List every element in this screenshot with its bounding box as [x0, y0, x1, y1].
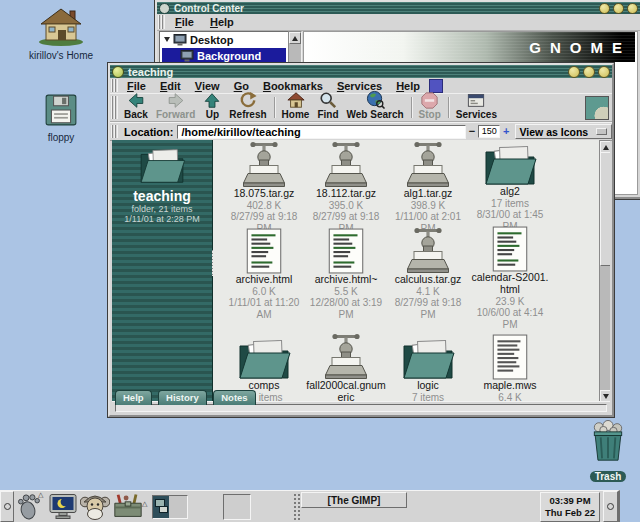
desk-guide-active-desktop[interactable]	[153, 496, 169, 518]
menu-help[interactable]: Help	[389, 79, 427, 93]
toolbar-grip[interactable]	[111, 96, 118, 119]
file-item[interactable]: maple.mws6.4 K12/18/00 at 11:28	[469, 320, 551, 401]
back-button[interactable]: Back	[120, 94, 152, 121]
menu-help[interactable]: Help	[202, 15, 242, 29]
tree-item-background[interactable]: Background	[162, 48, 286, 63]
file-manager-titlebar[interactable]: teaching	[110, 65, 612, 78]
task-button-gimp[interactable]: [The GIMP]	[301, 492, 407, 508]
web-search-button[interactable]: Web Search	[343, 94, 408, 121]
text-file-icon	[492, 334, 528, 380]
desktop-icon-label: Trash	[590, 471, 627, 482]
file-item[interactable]: archive.html~5.5 K12/28/00 at 3:19 PM	[305, 226, 387, 320]
control-center-launcher[interactable]	[112, 493, 144, 522]
archive-icon	[404, 140, 452, 188]
monitor-icon	[173, 34, 187, 46]
sidebar-folder-meta: folder, 21 items	[112, 204, 212, 214]
maximize-button[interactable]	[613, 3, 624, 14]
scroll-down-button[interactable]	[600, 390, 610, 401]
window-menu-icon[interactable]	[159, 3, 170, 14]
menu-view[interactable]: View	[188, 79, 227, 93]
html-file-icon	[492, 226, 528, 272]
tab-history[interactable]: History	[158, 390, 207, 405]
back-icon	[127, 92, 145, 109]
gnome-help-launcher[interactable]	[80, 493, 110, 522]
open-folder-icon	[134, 144, 190, 184]
minimize-button[interactable]	[568, 66, 580, 78]
menu-file[interactable]: File	[167, 15, 202, 29]
file-item[interactable]: logic7 itemstoday at 2:55 PM	[387, 320, 469, 401]
scrollbar-thumb[interactable]	[600, 152, 610, 266]
status-field	[115, 404, 607, 412]
panel-hide-right-button[interactable]	[603, 491, 618, 522]
tree-item-desktop[interactable]: Desktop	[160, 32, 288, 47]
locationbar-grip[interactable]	[111, 125, 118, 138]
trash-icon	[589, 420, 627, 462]
menu-applet-icon[interactable]	[429, 79, 443, 93]
find-button[interactable]: Find	[313, 94, 342, 121]
find-icon	[319, 91, 337, 109]
tasklist-handle[interactable]	[293, 493, 300, 520]
file-item[interactable]: archive.html6.0 K1/11/01 at 11:20 AM	[223, 226, 305, 320]
desktop-icon-floppy[interactable]: floppy	[32, 92, 90, 143]
clock-time: 03:39 PM	[549, 495, 590, 507]
window-menu-icon[interactable]	[112, 66, 124, 78]
file-item[interactable]: alg1.tar.gz398.9 K1/11/00 at 2:01 PM	[387, 140, 469, 226]
desktop: kirillov's Home floppy Trash Control Cen…	[0, 0, 640, 522]
home-button[interactable]: Home	[278, 94, 314, 121]
view-mode-select[interactable]: View as Icons	[515, 124, 612, 139]
refresh-button[interactable]: Refresh	[225, 94, 270, 121]
file-view-scrollbar[interactable]	[599, 140, 610, 401]
file-item[interactable]: 18.075.tar.gz402.8 K8/27/99 at 9:18 PM	[223, 140, 305, 226]
control-center-menubar: File Help	[157, 14, 640, 31]
desk-guide-desktop[interactable]	[169, 496, 187, 518]
file-item[interactable]: 18.112.tar.gz395.0 K8/27/99 at 9:18 PM	[305, 140, 387, 226]
gnome-panel: △ △ [The GIMP] Control Center [	[0, 490, 620, 522]
window-title: teaching	[128, 66, 173, 78]
file-item[interactable]: calendar-S2001.html23.9 K10/6/00 at 4:14…	[469, 226, 551, 320]
services-icon	[467, 91, 485, 109]
location-label: Location:	[120, 126, 178, 138]
archive-icon	[240, 140, 288, 188]
folder-icon	[482, 140, 538, 186]
folder-icon	[236, 334, 292, 380]
services-button[interactable]: Services	[452, 94, 501, 121]
file-manager-window: teaching File Edit View Go Bookmarks Ser…	[108, 63, 614, 417]
desk-guide[interactable]	[152, 495, 188, 519]
control-center-titlebar[interactable]: Control Center	[157, 2, 640, 14]
menu-edit[interactable]: Edit	[153, 79, 188, 93]
up-button[interactable]: Up	[199, 94, 225, 121]
tree-expander-icon[interactable]	[164, 37, 170, 42]
close-button[interactable]	[627, 3, 638, 14]
zoom-in-icon[interactable]: +	[500, 126, 512, 137]
desktop-icon-trash[interactable]: Trash	[582, 420, 634, 484]
scroll-up-button[interactable]	[289, 32, 301, 44]
file-view: 18.075.tar.gz402.8 K8/27/99 at 9:18 PM 1…	[213, 140, 599, 401]
sidebar-folder-date: 1/11/01 at 2:28 PM	[112, 214, 212, 224]
archive-icon	[322, 140, 370, 188]
stop-button[interactable]: Stop	[415, 94, 445, 121]
maximize-button[interactable]	[583, 66, 595, 78]
tab-help[interactable]: Help	[115, 390, 152, 405]
menubar-grip[interactable]	[111, 79, 118, 92]
monitor-icon	[180, 50, 194, 62]
zoom-out-icon[interactable]: −	[466, 126, 478, 137]
file-item[interactable]: alg217 items8/31/00 at 1:45 PM	[469, 140, 551, 226]
tab-notes[interactable]: Notes	[213, 390, 255, 405]
file-manager-toolbar: Back Forward Up Refresh Home Find	[110, 93, 612, 122]
file-item[interactable]: calculus.tar.gz4.1 K8/27/99 at 9:18 PM	[387, 226, 469, 320]
forward-button[interactable]: Forward	[152, 94, 199, 121]
desktop-icon-home[interactable]: kirillov's Home	[26, 6, 96, 61]
menu-file[interactable]: File	[120, 79, 153, 93]
throbber-icon	[585, 96, 609, 120]
menubar-grip[interactable]	[158, 15, 165, 29]
panel-hide-left-button[interactable]	[0, 491, 14, 522]
file-item[interactable]: fall2000cal.gnumeric4.9 K	[305, 320, 387, 401]
file-manager-main: teaching folder, 21 items 1/11/01 at 2:2…	[112, 140, 610, 401]
close-button[interactable]	[598, 66, 610, 78]
minimize-button[interactable]	[599, 3, 610, 14]
location-bar: Location: − 150 + View as Icons	[110, 122, 612, 141]
archive-icon	[322, 332, 370, 380]
location-input[interactable]	[177, 125, 465, 139]
zoom-level-field[interactable]: 150	[478, 125, 500, 138]
screensaver-launcher[interactable]	[48, 493, 78, 522]
